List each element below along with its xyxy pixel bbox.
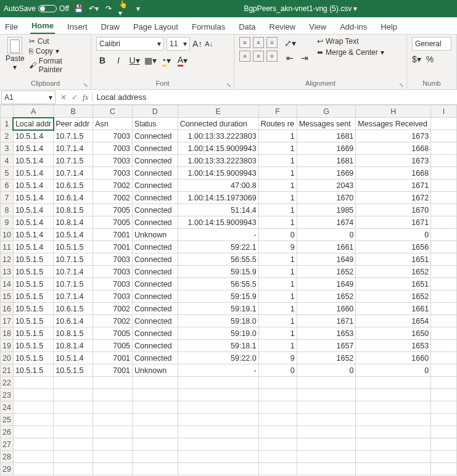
cell[interactable]: 9 xyxy=(258,241,297,253)
cell[interactable]: 1 xyxy=(258,315,297,327)
cell[interactable]: 10.7.1.4 xyxy=(54,290,93,303)
tab-help[interactable]: Help xyxy=(379,20,398,34)
tab-add-ins[interactable]: Add-ins xyxy=(339,20,368,34)
cell[interactable] xyxy=(133,377,178,389)
cell[interactable]: 56:55.5 xyxy=(178,253,258,266)
cell[interactable]: 10.5.1.4 xyxy=(13,192,53,204)
cell[interactable]: Connected xyxy=(133,340,178,352)
cell[interactable] xyxy=(297,438,356,451)
cell[interactable] xyxy=(133,463,178,475)
cell[interactable]: 10.5.1.5 xyxy=(13,266,53,278)
cell[interactable]: 59:22.0 xyxy=(178,352,258,364)
cell[interactable]: 1 xyxy=(258,130,297,142)
cell[interactable]: 0 xyxy=(297,364,356,377)
row-header[interactable]: 5 xyxy=(1,167,14,179)
cell[interactable] xyxy=(54,426,93,438)
cell[interactable]: 1660 xyxy=(356,352,431,364)
col-header-G[interactable]: G xyxy=(297,105,356,118)
font-color-button[interactable]: A▾ xyxy=(176,54,189,67)
cell[interactable]: 1652 xyxy=(356,290,431,303)
cell[interactable]: - xyxy=(178,229,258,241)
cell[interactable] xyxy=(297,451,356,463)
cell[interactable]: 1 xyxy=(258,216,297,229)
cell[interactable]: 10.5.1.4 xyxy=(13,241,53,253)
cell[interactable]: Connected duration xyxy=(178,118,258,130)
cell[interactable]: 1681 xyxy=(297,130,356,142)
cell[interactable]: Connected xyxy=(133,216,178,229)
cell[interactable]: Connected xyxy=(133,303,178,315)
cell[interactable] xyxy=(431,155,457,167)
cell[interactable]: 10.7.1.4 xyxy=(54,266,93,278)
cell[interactable] xyxy=(297,401,356,414)
cell[interactable] xyxy=(93,426,133,438)
row-header[interactable]: 21 xyxy=(1,364,14,377)
cell[interactable]: 1 xyxy=(258,278,297,290)
cell[interactable]: 7003 xyxy=(93,130,133,142)
cell[interactable] xyxy=(356,401,431,414)
col-header-F[interactable]: F xyxy=(258,105,297,118)
cell[interactable]: 1 xyxy=(258,253,297,266)
cell[interactable] xyxy=(13,426,53,438)
row-header[interactable]: 1 xyxy=(1,118,14,130)
cell[interactable]: 10.5.1.5 xyxy=(54,241,93,253)
cell[interactable] xyxy=(431,438,457,451)
cell[interactable]: Unknown xyxy=(133,364,178,377)
format-painter-button[interactable]: 🖌Format Painter xyxy=(29,57,86,74)
cell[interactable] xyxy=(258,426,297,438)
cell[interactable]: 1670 xyxy=(356,204,431,216)
font-name-select[interactable]: Calibri▾ xyxy=(96,37,164,51)
cell[interactable]: 1653 xyxy=(297,327,356,340)
row-header[interactable]: 3 xyxy=(1,142,14,155)
cell[interactable]: 1670 xyxy=(297,192,356,204)
cell[interactable] xyxy=(258,463,297,475)
cell[interactable]: 10.7.1.5 xyxy=(54,253,93,266)
cell[interactable]: 1656 xyxy=(356,241,431,253)
col-header-I[interactable]: I xyxy=(431,105,457,118)
cell[interactable]: Connected xyxy=(133,352,178,364)
cell[interactable]: 0 xyxy=(297,229,356,241)
cell[interactable] xyxy=(93,377,133,389)
cell[interactable]: 1 xyxy=(258,266,297,278)
cell[interactable] xyxy=(54,389,93,401)
cell[interactable] xyxy=(431,389,457,401)
copy-button[interactable]: ⎘Copy▾ xyxy=(29,47,86,55)
cell[interactable] xyxy=(133,451,178,463)
cell[interactable] xyxy=(13,451,53,463)
cut-button[interactable]: ✂Cut xyxy=(29,37,86,46)
cell[interactable]: 59:19.1 xyxy=(178,303,258,315)
cell[interactable]: Asn xyxy=(93,118,133,130)
row-header[interactable]: 22 xyxy=(1,377,14,389)
cell[interactable] xyxy=(356,426,431,438)
cell[interactable]: 10.5.1.5 xyxy=(13,303,53,315)
cell[interactable]: 1 xyxy=(258,204,297,216)
cancel-formula-icon[interactable]: ✕ xyxy=(60,93,67,102)
col-header-H[interactable]: H xyxy=(356,105,431,118)
align-top-icon[interactable]: ≡ xyxy=(239,37,250,48)
toggle-switch[interactable] xyxy=(38,5,57,12)
formula-bar[interactable]: Local address xyxy=(92,92,457,102)
tab-formulas[interactable]: Formulas xyxy=(191,20,226,34)
cell[interactable]: 10.5.1.4 xyxy=(13,167,53,179)
cell[interactable]: 7003 xyxy=(93,290,133,303)
number-format-select[interactable]: General xyxy=(412,37,451,51)
cell[interactable]: 7001 xyxy=(93,229,133,241)
cell[interactable] xyxy=(258,451,297,463)
autosave-toggle[interactable]: AutoSave Off xyxy=(4,4,69,13)
cell[interactable]: 7002 xyxy=(93,179,133,192)
dialog-launcher-icon[interactable]: ⤡ xyxy=(83,82,89,88)
cell[interactable] xyxy=(431,266,457,278)
tab-home[interactable]: Home xyxy=(30,18,55,34)
dialog-launcher-icon[interactable]: ⤡ xyxy=(399,82,405,88)
bold-button[interactable]: B xyxy=(96,54,109,67)
cell[interactable] xyxy=(178,414,258,426)
cell[interactable]: 10.5.1.4 xyxy=(13,204,53,216)
cell[interactable]: Connected xyxy=(133,130,178,142)
row-header[interactable]: 14 xyxy=(1,278,14,290)
cell[interactable]: 1672 xyxy=(356,192,431,204)
redo-icon[interactable]: ↷ xyxy=(104,4,113,14)
cell[interactable]: Unknown xyxy=(133,229,178,241)
cell[interactable]: 1 xyxy=(258,327,297,340)
cell[interactable]: 10.5.1.5 xyxy=(13,278,53,290)
row-header[interactable]: 24 xyxy=(1,401,14,414)
fx-icon[interactable]: fx xyxy=(83,92,88,102)
